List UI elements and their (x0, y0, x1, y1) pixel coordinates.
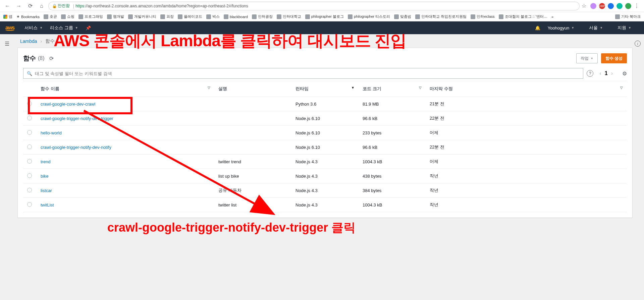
row-runtime: Node.js 6.10 (291, 126, 359, 140)
col-name[interactable]: 함수 이름▽ (37, 81, 214, 97)
table-row: bikelist up bikeNode.js 4.3438 bytes작년 (23, 169, 627, 183)
back-button[interactable]: ← (3, 1, 12, 11)
function-link[interactable]: twitList (41, 202, 54, 207)
bookmark-item[interactable]: philographer 티스토리 (348, 14, 390, 19)
annotation-text: crawl-google-trigger-notify-dev-trigger … (107, 220, 356, 236)
bookmark-item[interactable]: blackboard (224, 14, 248, 19)
table-row: hello-worldNode.js 6.10233 bytes어제 (23, 126, 627, 140)
function-link[interactable]: crawl-google-trigger-notify-dev-notify (41, 145, 111, 150)
function-link[interactable]: listcar (41, 188, 52, 193)
bookmarks-more[interactable]: » (551, 15, 553, 19)
ext-icon[interactable] (608, 3, 614, 9)
ext-icon[interactable] (616, 3, 623, 9)
row-radio[interactable] (27, 130, 32, 135)
notifications-icon[interactable]: 🔔 (535, 25, 540, 31)
bookmark-item[interactable]: ★Bookmarks (16, 14, 40, 19)
function-link[interactable]: crawl-google-trigger-notify-dev-trigger (41, 116, 113, 121)
function-link[interactable]: hello-world (41, 130, 62, 135)
function-link[interactable]: bike (41, 174, 49, 179)
row-modified: 작년 (426, 169, 627, 183)
row-size: 1004.3 kB (359, 198, 426, 212)
col-runtime[interactable]: 런타임▼ (291, 81, 359, 97)
nav-user[interactable]: Yoohogyun▼ (548, 25, 575, 31)
panel-count: (8) (38, 55, 45, 61)
apps-button[interactable]: 앱 (3, 14, 12, 19)
bookmark-item[interactable]: 개발커뮤니티 (128, 14, 156, 19)
search-input[interactable]: 🔍 (23, 68, 583, 79)
page-number: 1 (605, 70, 608, 76)
bookmark-item[interactable]: 호균 (44, 14, 57, 19)
row-runtime: Node.js 6.10 (291, 111, 359, 126)
ext-icon[interactable] (625, 3, 631, 9)
row-runtime: Node.js 6.10 (291, 140, 359, 155)
bookmark-item[interactable]: 인하광장 (252, 14, 273, 19)
row-radio[interactable] (27, 173, 32, 178)
col-size[interactable]: 코드 크기▽ (359, 81, 426, 97)
bookmark-item[interactable]: 플레이코드 (178, 14, 202, 19)
row-modified: 어제 (426, 155, 627, 169)
bookmark-item[interactable]: 프로그래밍 (78, 14, 103, 19)
other-bookmarks[interactable]: 기타 북마크 (615, 14, 641, 19)
bookmark-item[interactable]: 인하eclass (471, 14, 494, 19)
nav-region[interactable]: 서울▼ (589, 25, 603, 31)
nav-resource-groups[interactable]: 리소스 그룹▼ (50, 25, 78, 31)
info-icon[interactable]: i (635, 41, 641, 47)
breadcrumb-root[interactable]: Lambda (20, 39, 37, 44)
row-radio[interactable] (27, 202, 32, 207)
row-size: 233 bytes (359, 126, 426, 140)
bookmark-item[interactable]: 맞춤법 (394, 14, 411, 19)
bookmark-item[interactable]: 외장 (160, 14, 174, 19)
settings-icon[interactable]: ⚙ (622, 70, 627, 77)
row-desc: twitter list (214, 198, 291, 212)
star-icon[interactable]: ☆ (582, 3, 586, 9)
home-button[interactable]: ⌂ (37, 1, 46, 11)
pager: ‹ 1 › (597, 70, 615, 76)
bookmark-item[interactable]: 벅스 (206, 14, 220, 19)
sidebar-toggle-icon[interactable]: ☰ (5, 41, 9, 47)
actions-button[interactable]: 작업▼ (576, 53, 598, 63)
col-modified[interactable]: 마지막 수정▽ (426, 81, 627, 97)
row-size: 384 bytes (359, 183, 426, 198)
function-link[interactable]: trend (41, 159, 51, 164)
aws-logo[interactable]: aws (5, 25, 14, 31)
ext-icon[interactable] (590, 3, 596, 9)
row-desc (214, 97, 291, 111)
address-bar[interactable]: 🔒 안전함 | https ://ap-northeast-2.console.… (48, 2, 580, 10)
row-desc (214, 126, 291, 140)
create-function-button[interactable]: 함수 생성 (601, 53, 627, 63)
row-size: 1004.3 kB (359, 155, 426, 169)
row-size: 81.9 MB (359, 97, 426, 111)
next-page-icon[interactable]: › (611, 70, 613, 76)
bookmark-item[interactable]: 웹개발 (107, 14, 124, 19)
breadcrumb: Lambda › 함수 (20, 38, 630, 44)
row-radio[interactable] (27, 159, 32, 164)
help-icon[interactable]: ? (587, 70, 593, 77)
row-radio[interactable] (27, 144, 32, 149)
col-desc[interactable]: 설명 (214, 81, 291, 97)
nav-services[interactable]: 서비스▼ (24, 25, 43, 31)
function-link[interactable]: crawl-google-core-dev-crawl (41, 102, 95, 107)
bookmark-item[interactable]: 인하대학교 (277, 14, 301, 19)
menu-icon[interactable]: ⋮ (634, 3, 639, 9)
nav-pin-icon[interactable]: 📌 (86, 25, 91, 31)
bookmark-item[interactable]: 쇼핑 (61, 14, 74, 19)
bookmark-item[interactable]: 인하대학교 취업진로지원팀 (415, 14, 467, 19)
row-modified: 21분 전 (426, 97, 627, 111)
bookmark-item[interactable]: 조대협의 블로그 :: '엔터… (499, 14, 547, 19)
nav-support[interactable]: 지원▼ (618, 25, 631, 31)
forward-button[interactable]: → (14, 1, 23, 11)
row-radio[interactable] (27, 101, 32, 106)
row-radio[interactable] (27, 116, 32, 120)
panel-title: 함수 (23, 54, 36, 63)
refresh-icon[interactable]: ⟳ (49, 55, 54, 62)
abp-icon[interactable]: ABP (599, 3, 605, 9)
bookmark-item[interactable]: philographer 블로그 (305, 14, 344, 19)
search-field[interactable] (35, 71, 580, 76)
table-row: listcar공유 자동차Node.js 4.3384 bytes작년 (23, 183, 627, 198)
row-runtime: Node.js 4.3 (291, 183, 359, 198)
table-row: twitListtwitter listNode.js 4.31004.3 kB… (23, 198, 627, 212)
prev-page-icon[interactable]: ‹ (599, 70, 601, 76)
row-radio[interactable] (27, 188, 32, 192)
reload-button[interactable]: ⟳ (25, 1, 35, 11)
table-row: crawl-google-trigger-notify-dev-triggerN… (23, 111, 627, 126)
